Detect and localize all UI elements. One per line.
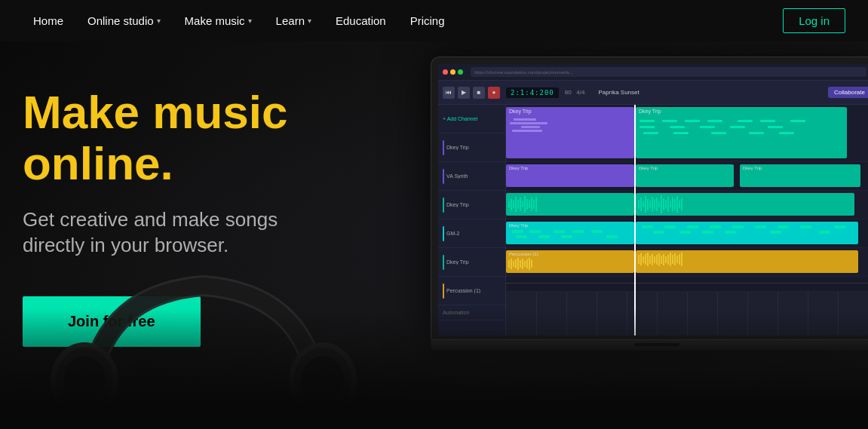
browser-topbar: https://chrome.soundation.com/project/so… — [438, 64, 868, 81]
add-channel-label: + Add Channel — [438, 105, 505, 133]
maximize-window-dot — [458, 69, 463, 75]
track-label-0: Dkey Trip — [438, 133, 505, 162]
track-row-5: Percussion (1) — [506, 248, 868, 277]
track-label-2: Dkey Trip — [438, 191, 505, 219]
piano-roll-row: Dkey Trip — [506, 105, 868, 162]
nav-home[interactable]: Home — [23, 8, 74, 33]
clip-2-purple: Dkey Trip — [506, 164, 634, 187]
bottom-overlay — [0, 308, 868, 429]
play-button[interactable]: ▶ — [458, 87, 470, 99]
clip-4-a: Dkey Trip — [506, 222, 634, 244]
collaborate-button[interactable]: Collaborate — [828, 87, 868, 98]
track-content-area: Dkey Trip — [506, 105, 868, 336]
track-color-4 — [443, 255, 444, 270]
close-window-dot — [443, 69, 448, 75]
learn-chevron-icon: ▾ — [308, 17, 311, 25]
clip-purple-1: Dkey Trip — [506, 107, 634, 158]
clip-3-a — [506, 193, 634, 216]
url-bar: https://chrome.soundation.com/project/so… — [471, 67, 866, 77]
hero-title: Make music online. — [23, 87, 415, 189]
track-color-5 — [443, 283, 444, 299]
track-color-0 — [443, 140, 444, 155]
clip-4-b — [636, 222, 858, 244]
track-row-3 — [506, 191, 868, 219]
daw-main-area: + Add Channel Dkey Trip VA Synth — [438, 105, 868, 336]
stop-button[interactable]: ■ — [473, 87, 485, 99]
track-color-3 — [443, 226, 444, 241]
nav-links: Home Online studio ▾ Make music ▾ Learn … — [23, 8, 783, 33]
track-label-1: VA Synth — [438, 162, 505, 191]
laptop-mockup: https://chrome.soundation.com/project/so… — [431, 57, 868, 351]
daw-screen: https://chrome.soundation.com/project/so… — [438, 64, 868, 336]
nav-pricing[interactable]: Pricing — [400, 8, 455, 33]
clip-2-teal2: Dkey Trip — [740, 164, 860, 187]
track-labels-panel: + Add Channel Dkey Trip VA Synth — [438, 105, 506, 336]
minimize-window-dot — [450, 69, 455, 75]
track-row-4: Dkey Trip — [506, 219, 868, 248]
make-music-chevron-icon: ▾ — [248, 17, 252, 25]
track-color-1 — [443, 169, 444, 184]
clip-5-b — [636, 250, 858, 273]
track-label-5: Percussion (1) — [438, 277, 505, 305]
nav-education[interactable]: Education — [325, 8, 397, 33]
project-name-display: Paprika Sunset — [598, 89, 639, 96]
clip-teal-piano: Dkey Trip — [636, 107, 847, 158]
daw-interface: https://chrome.soundation.com/project/so… — [438, 64, 868, 336]
automation-line — [506, 283, 868, 283]
daw-toolbar: ⏮ ▶ ■ ● 2:1:4:200 80 4/4 Papr — [438, 81, 868, 105]
login-button[interactable]: Log in — [783, 8, 845, 33]
record-button[interactable]: ● — [488, 87, 500, 99]
time-display: 2:1:4:200 — [506, 87, 559, 98]
tracks-inner: Dkey Trip — [506, 105, 868, 336]
clip-5-a: Percussion (1) — [506, 250, 634, 273]
hero-section: Make music online. Get creative and make… — [0, 41, 868, 429]
nav-online-studio[interactable]: Online studio ▾ — [77, 8, 171, 33]
track-color-2 — [443, 198, 444, 213]
navbar: Home Online studio ▾ Make music ▾ Learn … — [0, 0, 868, 41]
hero-subtitle: Get creative and make songs directly in … — [23, 207, 415, 259]
track-label-4: Dkey Trip — [438, 248, 505, 277]
window-controls — [443, 69, 463, 75]
clip-2-teal: Dkey Trip — [636, 164, 734, 187]
bpm-display: 80 4/4 — [565, 89, 585, 96]
online-studio-chevron-icon: ▾ — [157, 17, 161, 25]
playhead — [634, 105, 636, 336]
track-label-3: GM-2 — [438, 219, 505, 248]
nav-learn[interactable]: Learn ▾ — [265, 8, 322, 33]
laptop: https://chrome.soundation.com/project/so… — [431, 57, 868, 351]
rewind-button[interactable]: ⏮ — [443, 87, 455, 99]
track-row-automation — [506, 277, 868, 292]
laptop-screen: https://chrome.soundation.com/project/so… — [431, 57, 868, 340]
track-row-2: Dkey Trip Dkey Trip Dkey Trip — [506, 162, 868, 191]
nav-make-music[interactable]: Make music ▾ — [174, 8, 262, 33]
transport-controls: ⏮ ▶ ■ ● — [443, 87, 500, 99]
clip-3-b — [636, 193, 854, 216]
